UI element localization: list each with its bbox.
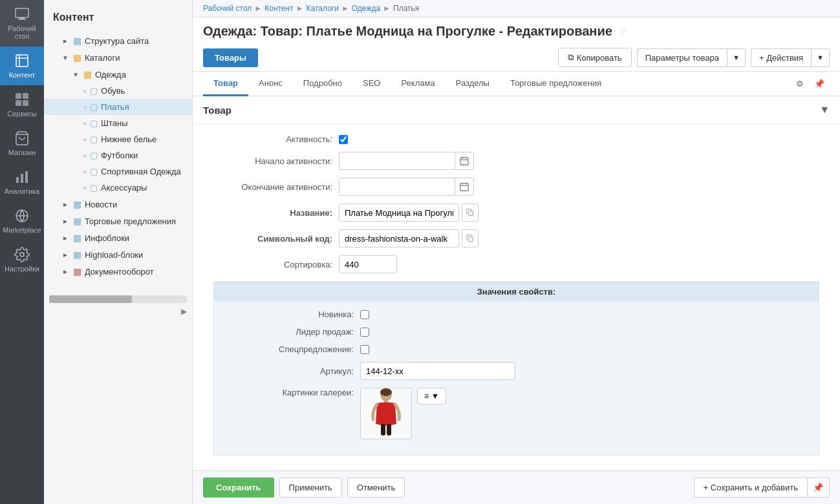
nav-item-label: Торговые предложения — [85, 216, 176, 226]
sidebar-item-desktop[interactable]: Рабочий стол — [0, 0, 44, 47]
sort-input[interactable] — [339, 255, 397, 273]
properties-body: Новинка: Лидер продаж: Спецпредложение: — [214, 302, 819, 455]
article-input[interactable] — [360, 362, 515, 380]
novinka-checkbox[interactable] — [360, 310, 369, 319]
breadcrumb-desktop[interactable]: Рабочий стол — [203, 4, 252, 13]
section-toggle-icon[interactable]: ▼ — [819, 104, 830, 116]
breadcrumb-catalogs[interactable]: Каталоги — [307, 4, 339, 13]
code-input[interactable] — [339, 229, 459, 247]
tab-sections[interactable]: Разделы — [446, 72, 500, 96]
start-activity-calendar-btn[interactable] — [455, 152, 474, 170]
copy-button[interactable]: ⧉ Копировать — [558, 48, 632, 67]
nav-item-sportswear[interactable]: ● ▢ Спортивная Одежда — [44, 163, 192, 180]
properties-title: Значения свойств: — [214, 282, 819, 302]
favorite-icon[interactable]: ☆ — [618, 25, 627, 37]
bottom-pin-btn[interactable]: 📌 — [808, 478, 830, 498]
code-label: Символьный код: — [203, 234, 332, 244]
nav-item-tshirts[interactable]: ● ▢ Футболки — [44, 147, 192, 163]
leader-checkbox[interactable] — [360, 328, 369, 337]
activity-row: Активность: — [203, 134, 830, 144]
params-button-group: Параметры товара ▼ — [637, 48, 746, 67]
nav-item-news[interactable]: ► ▦ Новости — [44, 196, 192, 213]
activity-checkbox[interactable] — [339, 135, 348, 144]
breadcrumb-clothing[interactable]: Одежда — [352, 4, 380, 13]
sidebar-item-shop[interactable]: Магазин — [0, 124, 44, 163]
gallery-actions-btn[interactable]: ≡ ▼ — [417, 388, 446, 404]
actions-arrow-button[interactable]: ▼ — [811, 48, 830, 67]
special-checkbox[interactable] — [360, 345, 369, 354]
nav-item-highload[interactable]: ► ▦ Highload-блоки — [44, 246, 192, 263]
scroll-right-btn[interactable]: ▶ — [181, 307, 187, 316]
code-copy-btn[interactable] — [462, 229, 479, 247]
nav-item-offers[interactable]: ► ▦ Торговые предложения — [44, 213, 192, 229]
params-main-button[interactable]: Параметры товара — [637, 48, 727, 67]
save-add-button[interactable]: + Сохранить и добавить — [694, 478, 808, 498]
svg-rect-2 — [18, 19, 26, 20]
end-activity-input[interactable] — [339, 178, 455, 196]
toolbar: Товары ⧉ Копировать Параметры товара ▼ +… — [193, 44, 840, 72]
sidebar-item-label: Аналитика — [5, 187, 39, 195]
tab-settings-icon[interactable]: ⚙ — [791, 72, 809, 95]
nav-item-catalogs[interactable]: ▼ ▦ Каталоги — [44, 49, 192, 66]
sidebar-item-services[interactable]: Сервисы — [0, 85, 44, 124]
save-add-group: + Сохранить и добавить 📌 — [694, 478, 830, 498]
arrow-icon: ▼ — [72, 71, 79, 78]
tab-announce[interactable]: Анонс — [248, 72, 293, 96]
nav-item-accessories[interactable]: ● ▢ Аксессуары — [44, 180, 192, 196]
copy-icon — [466, 209, 474, 216]
gallery-wrapper: ≡ ▼ — [360, 388, 446, 439]
scrollbar[interactable] — [49, 295, 187, 303]
page-icon: ▦ — [73, 199, 81, 209]
cancel-button[interactable]: Отменить — [347, 478, 405, 498]
tab-detail[interactable]: Подробно — [293, 72, 352, 96]
nav-item-underwear[interactable]: ● ▢ Нижнее белье — [44, 131, 192, 147]
sidebar-item-content[interactable]: Контент — [0, 47, 44, 85]
nav-item-label: Новости — [85, 200, 117, 209]
params-arrow-button[interactable]: ▼ — [727, 48, 746, 67]
tab-ads[interactable]: Реклама — [391, 72, 446, 96]
start-activity-input-group — [339, 152, 474, 170]
name-input[interactable] — [339, 204, 459, 222]
page-icon: ▦ — [73, 216, 81, 226]
bullet-icon: ● — [83, 184, 87, 191]
folder-icon: ▢ — [90, 151, 98, 160]
nav-item-label: Структура сайта — [85, 36, 149, 46]
nav-item-docflow[interactable]: ► ▦ Документооборот — [44, 263, 192, 280]
gallery-image — [367, 388, 405, 439]
name-copy-btn[interactable] — [462, 204, 479, 222]
nav-item-infoblocks[interactable]: ► ▦ Инфоблоки — [44, 229, 192, 246]
nav-item-dresses[interactable]: ● ▢ Платья — [44, 99, 192, 115]
arrow-icon: ► — [62, 268, 69, 275]
breadcrumb-content[interactable]: Контент — [264, 4, 293, 13]
nav-item-structure[interactable]: ► ▦ Структура сайта — [44, 32, 192, 49]
sep-icon: ► — [254, 4, 262, 13]
tab-seo[interactable]: SEO — [352, 72, 391, 96]
svg-rect-3 — [16, 55, 28, 67]
apply-button[interactable]: Применить — [279, 478, 342, 498]
end-activity-calendar-btn[interactable] — [455, 178, 474, 196]
svg-rect-7 — [23, 93, 28, 99]
sidebar-item-analytics[interactable]: Аналитика — [0, 163, 44, 202]
desktop-icon — [14, 6, 30, 22]
nav-item-pants[interactable]: ● ▢ Штаны — [44, 115, 192, 131]
sidebar-item-settings[interactable]: Настройки — [0, 240, 44, 279]
actions-main-button[interactable]: + Действия — [751, 48, 811, 67]
nav-item-label: Каталоги — [85, 53, 120, 63]
nav-item-label: Обувь — [101, 86, 125, 96]
products-button[interactable]: Товары — [203, 48, 258, 67]
tab-pin-icon[interactable]: 📌 — [809, 72, 830, 95]
bottom-bar: Сохранить Применить Отменить + Сохранить… — [193, 470, 840, 504]
svg-rect-9 — [23, 100, 28, 106]
start-activity-input[interactable] — [339, 152, 455, 170]
nav-item-shoes[interactable]: ● ▢ Обувь — [44, 83, 192, 99]
save-button[interactable]: Сохранить — [203, 478, 274, 498]
nav-item-clothing[interactable]: ▼ ▦ Одежда — [44, 66, 192, 83]
sidebar-item-marketplace[interactable]: Marketplace — [0, 202, 44, 240]
novinka-row: Новинка: — [224, 310, 808, 319]
tab-product[interactable]: Товар — [203, 72, 248, 96]
tab-trade-offers[interactable]: Торговые предложения — [500, 72, 612, 96]
scrollbar-thumb[interactable] — [49, 295, 132, 303]
svg-rect-13 — [25, 171, 28, 183]
form-content: Товар ▼ Активность: Начало активности: — [193, 96, 840, 470]
nav-item-label: Инфоблоки — [85, 233, 129, 243]
